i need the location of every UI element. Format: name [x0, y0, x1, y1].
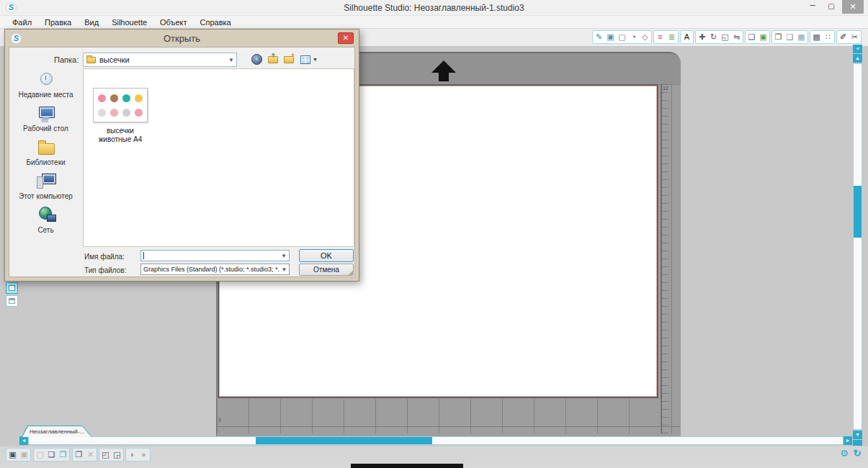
dialog-nav-icons: ‹ ▼: [247, 53, 352, 66]
topstrip-group-7: ✐✂: [836, 30, 862, 44]
desktop-icon: [34, 104, 58, 123]
ok-button[interactable]: OK: [299, 249, 354, 262]
dot-pattern-icon[interactable]: ∷: [823, 32, 833, 42]
chevron-down-icon: ▼: [226, 57, 236, 63]
send-backward-icon[interactable]: ◲: [112, 449, 122, 460]
scroll-right-button[interactable]: ►: [844, 436, 852, 445]
trace-icon[interactable]: ◔: [628, 32, 639, 42]
preferences-gear-icon[interactable]: ⚙: [838, 448, 850, 459]
folder-icon: [86, 57, 96, 63]
place-item-desktop[interactable]: Рабочий стол: [9, 103, 82, 137]
place-label: Сеть: [37, 226, 53, 234]
offset-icon[interactable]: ❐: [773, 32, 784, 42]
filename-label: Имя файла:: [84, 253, 125, 261]
chevron-down-icon: ▼: [279, 253, 289, 259]
back-button[interactable]: ‹: [251, 54, 262, 65]
weld-icon[interactable]: ◗: [127, 449, 138, 460]
bottombar-group-4: ◗●: [125, 448, 151, 462]
chevron-down-icon: ▼: [279, 266, 289, 273]
views-menu-arrow-icon[interactable]: ▼: [313, 57, 318, 62]
line-weight-icon[interactable]: ≣: [666, 32, 677, 42]
horizontal-scrollbar-track[interactable]: [28, 436, 844, 445]
place-item-network[interactable]: Сеть: [9, 204, 82, 238]
thumbnail-animal-6: [122, 109, 130, 117]
scroll-left-button[interactable]: ◄: [19, 436, 28, 445]
place-label: Библиотеки: [26, 158, 65, 166]
mat-setup-icon[interactable]: ▢: [617, 32, 627, 42]
place-item-computer[interactable]: Этот компьютер: [9, 171, 82, 204]
mirror-icon[interactable]: ⇋: [731, 32, 742, 42]
topstrip-group-1: ≡≣: [653, 30, 679, 44]
libraries-icon: [34, 138, 58, 157]
grid-options-icon[interactable]: ▦: [796, 32, 807, 42]
make-compound-path-icon[interactable]: ❐: [73, 449, 84, 460]
mat-ruler-strip: [661, 84, 672, 433]
cancel-button[interactable]: Отмена: [299, 264, 354, 276]
views-menu-button[interactable]: [300, 55, 310, 64]
up-one-level-button[interactable]: [268, 56, 278, 63]
document-tab[interactable]: Неозаглавленный-... ✕: [22, 426, 93, 437]
dialog-resize-grip[interactable]: ◢: [349, 269, 353, 276]
recent-icon: [34, 71, 58, 89]
refresh-icon[interactable]: ↻: [851, 448, 863, 459]
menu-item-4[interactable]: Объект: [153, 18, 193, 27]
scroll-down-button[interactable]: ▼: [853, 431, 862, 439]
line-style-icon[interactable]: ≡: [655, 32, 666, 42]
place-item-libraries[interactable]: Библиотеки: [9, 137, 82, 171]
place-label: Недавние места: [18, 91, 73, 99]
drawing-tool-icon[interactable]: ✎: [594, 32, 604, 42]
fill-color-icon[interactable]: ▣: [758, 32, 769, 42]
ungroup-icon[interactable]: ❐: [58, 449, 68, 460]
folder-dropdown[interactable]: высечки ▼: [83, 53, 237, 67]
horizontal-scrollbar-thumb[interactable]: [256, 437, 432, 444]
knife-icon[interactable]: ✂: [849, 32, 860, 42]
vertical-scrollbar-thumb[interactable]: [854, 186, 862, 238]
menu-item-2[interactable]: Вид: [78, 18, 105, 27]
shape-tool-icon[interactable]: ◇: [640, 32, 650, 42]
eraser-icon[interactable]: ✐: [838, 32, 849, 42]
places-sidebar: Недавние местаРабочий столБиблиотекиЭтот…: [9, 69, 82, 248]
menu-item-0[interactable]: Файл: [6, 18, 38, 27]
topstrip-group-3: ✚↻◱⇋: [695, 30, 743, 44]
text-style-icon[interactable]: A: [681, 32, 692, 42]
minimize-button[interactable]: –: [803, 0, 822, 14]
rotate-icon[interactable]: ↻: [708, 32, 719, 42]
filename-input[interactable]: ▼: [140, 250, 290, 261]
page-setup-icon[interactable]: ▣: [605, 32, 616, 42]
vertical-scrollbar-track[interactable]: [853, 63, 862, 430]
menu-item-5[interactable]: Справка: [194, 18, 238, 27]
document-tab-close-icon[interactable]: ✕: [86, 429, 91, 435]
select-by-color-icon: ▣: [19, 449, 30, 460]
bottombar-group-2: ❐✕: [72, 448, 97, 462]
menu-item-3[interactable]: Silhouette: [105, 18, 153, 27]
layout-panel-button[interactable]: [6, 295, 18, 307]
sketch-icon[interactable]: ❑: [784, 32, 795, 42]
move-icon[interactable]: ✚: [697, 32, 707, 42]
page-panel-button-active[interactable]: [6, 282, 18, 294]
file-list[interactable]: высечки животные А4: [83, 68, 354, 247]
filetype-dropdown[interactable]: Graphics Files (Standard) (*.studio; *.s…: [140, 264, 290, 275]
panel-collapse-button[interactable]: «: [853, 45, 862, 53]
window-title: Silhouette Studio: Неозаглавленный-1.stu…: [0, 3, 868, 13]
scroll-up-button[interactable]: ▲: [853, 54, 862, 63]
select-all-icon[interactable]: ▣: [7, 449, 18, 460]
shadow-icon[interactable]: ❏: [746, 32, 757, 42]
menu-bar: ФайлПравкаВидSilhouetteОбъектСправка: [0, 16, 868, 29]
bring-forward-icon[interactable]: ◰: [100, 449, 111, 460]
file-thumbnail: [93, 88, 148, 122]
scale-icon[interactable]: ◱: [720, 32, 730, 42]
rhinestone-icon[interactable]: ▩: [811, 32, 822, 42]
new-folder-button[interactable]: [284, 56, 294, 63]
scrollbar-corner: [853, 440, 862, 446]
place-item-recent[interactable]: Недавние места: [9, 69, 82, 103]
close-window-button[interactable]: ✕: [842, 0, 864, 14]
group-icon[interactable]: ❏: [46, 449, 57, 460]
menu-item-1[interactable]: Правка: [38, 18, 78, 27]
file-item[interactable]: высечки животные А4: [89, 88, 151, 144]
silhouette-studio-window: S Silhouette Studio: Неозаглавленный-1.s…: [0, 0, 868, 468]
filetype-dropdown-value: Graphics Files (Standard) (*.studio; *.s…: [143, 266, 279, 273]
maximize-button[interactable]: ▢: [822, 0, 841, 14]
network-icon: [34, 206, 58, 225]
folder-label: Папка:: [54, 55, 79, 64]
dialog-close-button[interactable]: ✕: [338, 32, 354, 44]
